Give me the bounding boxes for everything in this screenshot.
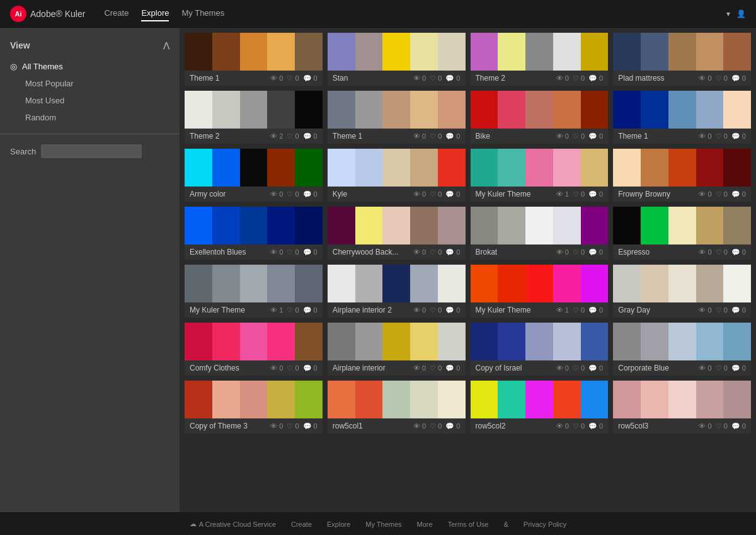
- theme-stats: 👁 1 ♡ 0 💬 0: [556, 190, 604, 198]
- views-stat: 👁 0: [413, 190, 426, 198]
- theme-card[interactable]: Exellentoh Blues 👁 0 ♡ 0 💬 0: [185, 207, 323, 260]
- footer-more-link[interactable]: More: [417, 521, 433, 528]
- theme-card[interactable]: Airplane interior 2 👁 0 ♡ 0 💬 0: [328, 265, 466, 318]
- sidebar-item-random[interactable]: Random: [0, 109, 180, 126]
- theme-info: Brokat 👁 0 ♡ 0 💬 0: [471, 244, 609, 260]
- color-swatch: [668, 323, 696, 360]
- theme-swatches: [185, 91, 323, 129]
- theme-stats: 👁 0 ♡ 0 💬 0: [413, 422, 461, 430]
- color-swatch: [410, 207, 438, 244]
- collapse-icon[interactable]: ⋀: [163, 41, 169, 50]
- theme-card[interactable]: Theme 1 👁 0 ♡ 0 💬 0: [328, 91, 466, 144]
- theme-swatches: [328, 381, 466, 418]
- views-stat: 👁 0: [699, 248, 711, 256]
- views-stat: 👁 0: [699, 422, 711, 430]
- theme-name: Copy of Israel: [476, 364, 554, 372]
- theme-name: Theme 1: [333, 132, 411, 141]
- theme-card[interactable]: My Kuler Theme 👁 1 ♡ 0 💬 0: [471, 265, 609, 318]
- color-swatch: [240, 265, 268, 302]
- theme-card[interactable]: Kyle 👁 0 ♡ 0 💬 0: [328, 149, 466, 202]
- theme-info: Theme 1 👁 0 ♡ 0 💬 0: [613, 129, 751, 144]
- theme-swatches: [613, 91, 751, 129]
- views-stat: 👁 0: [556, 132, 569, 140]
- theme-card[interactable]: Brokat 👁 0 ♡ 0 💬 0: [471, 207, 609, 260]
- nav-explore[interactable]: Explore: [141, 6, 169, 21]
- comments-stat: 💬 0: [588, 422, 603, 430]
- theme-card[interactable]: Gray Day 👁 0 ♡ 0 💬 0: [613, 265, 751, 318]
- sidebar-item-most-used[interactable]: Most Used: [0, 92, 180, 109]
- theme-info: Kyle 👁 0 ♡ 0 💬 0: [328, 187, 466, 202]
- views-stat: 👁 0: [699, 190, 711, 198]
- theme-card[interactable]: Espresso 👁 0 ♡ 0 💬 0: [613, 207, 751, 260]
- theme-card[interactable]: Cherrywood Back... 👁 0 ♡ 0 💬 0: [328, 207, 466, 260]
- color-swatch: [295, 323, 323, 360]
- color-swatch: [438, 323, 466, 360]
- theme-info: Copy of Israel 👁 0 ♡ 0 💬 0: [471, 360, 609, 376]
- theme-stats: 👁 0 ♡ 0 💬 0: [270, 74, 318, 83]
- theme-card[interactable]: Stan 👁 0 ♡ 0 💬 0: [328, 33, 466, 86]
- footer-explore-link[interactable]: Explore: [327, 521, 350, 528]
- sidebar-item-most-popular[interactable]: Most Popular: [0, 75, 180, 92]
- theme-card[interactable]: Copy of Theme 3 👁 0 ♡ 0 💬 0: [185, 381, 323, 434]
- theme-card[interactable]: Copy of Israel 👁 0 ♡ 0 💬 0: [471, 323, 609, 376]
- color-swatch: [471, 265, 498, 302]
- theme-swatches: [328, 33, 466, 71]
- theme-info: Espresso 👁 0 ♡ 0 💬 0: [613, 244, 751, 260]
- theme-card[interactable]: Plad mattress 👁 0 ♡ 0 💬 0: [613, 33, 751, 86]
- color-swatch: [267, 207, 295, 244]
- search-input[interactable]: [41, 144, 142, 158]
- theme-card[interactable]: Army color 👁 0 ♡ 0 💬 0: [185, 149, 323, 202]
- theme-swatches: [185, 33, 323, 71]
- themes-grid: Theme 1 👁 0 ♡ 0 💬 0 Stan 👁 0 ♡ 0 💬 0 The…: [185, 33, 751, 434]
- theme-card[interactable]: Frowny Browny 👁 0 ♡ 0 💬 0: [613, 149, 751, 202]
- theme-card[interactable]: row5col3 👁 0 ♡ 0 💬 0: [613, 381, 751, 434]
- theme-stats: 👁 0 ♡ 0 💬 0: [699, 132, 746, 141]
- theme-card[interactable]: row5col1 👁 0 ♡ 0 💬 0: [328, 381, 466, 434]
- color-swatch: [525, 33, 553, 71]
- likes-stat: ♡ 0: [430, 364, 442, 372]
- footer-create-link[interactable]: Create: [291, 521, 312, 528]
- theme-info: Cherrywood Back... 👁 0 ♡ 0 💬 0: [328, 244, 466, 260]
- logo: Ai Adobe® Kuler: [10, 6, 85, 22]
- color-swatch: [641, 207, 668, 244]
- color-swatch: [382, 91, 410, 129]
- theme-card[interactable]: My Kuler Theme 👁 1 ♡ 0 💬 0: [185, 265, 323, 318]
- theme-swatches: [328, 207, 466, 244]
- theme-stats: 👁 0 ♡ 0 💬 0: [699, 422, 746, 430]
- theme-card[interactable]: Theme 2 👁 0 ♡ 0 💬 0: [471, 33, 609, 86]
- sidebar-item-all-themes[interactable]: ◎ All Themes: [0, 58, 180, 75]
- theme-card[interactable]: Airplane interior 👁 0 ♡ 0 💬 0: [328, 323, 466, 376]
- nav-create[interactable]: Create: [104, 6, 129, 21]
- color-swatch: [613, 91, 641, 129]
- nav-mythemes[interactable]: My Themes: [181, 6, 224, 21]
- color-swatch: [696, 149, 724, 187]
- comments-stat: 💬 0: [303, 190, 318, 198]
- color-swatch: [613, 381, 641, 418]
- theme-card[interactable]: Theme 2 👁 2 ♡ 0 💬 0: [185, 91, 323, 144]
- theme-name: My Kuler Theme: [476, 306, 554, 314]
- theme-swatches: [185, 381, 323, 418]
- theme-swatches: [185, 207, 323, 244]
- user-icon[interactable]: 👤: [736, 9, 746, 18]
- theme-card[interactable]: Bike 👁 0 ♡ 0 💬 0: [471, 91, 609, 144]
- footer-privacy-link[interactable]: Privacy Policy: [524, 521, 566, 528]
- theme-card[interactable]: row5col2 👁 0 ♡ 0 💬 0: [471, 381, 609, 434]
- theme-card[interactable]: Theme 1 👁 0 ♡ 0 💬 0: [185, 33, 323, 86]
- footer-mythemes-link[interactable]: My Themes: [365, 521, 401, 528]
- dropdown-icon[interactable]: ▾: [726, 9, 730, 18]
- theme-stats: 👁 0 ♡ 0 💬 0: [699, 74, 746, 83]
- theme-card[interactable]: Comfy Clothes 👁 0 ♡ 0 💬 0: [185, 323, 323, 376]
- likes-stat: ♡ 0: [573, 364, 585, 372]
- sidebar-all-themes-label: All Themes: [22, 62, 63, 71]
- color-swatch: [382, 265, 410, 302]
- theme-swatches: [613, 149, 751, 187]
- footer-terms-link[interactable]: Terms of Use: [448, 521, 489, 528]
- theme-swatches: [471, 207, 609, 244]
- color-swatch: [267, 149, 295, 187]
- theme-card[interactable]: My Kuler Theme 👁 1 ♡ 0 💬 0: [471, 149, 609, 202]
- theme-card[interactable]: Theme 1 👁 0 ♡ 0 💬 0: [613, 91, 751, 144]
- comments-stat: 💬 0: [303, 132, 318, 141]
- theme-card[interactable]: Corporate Blue 👁 0 ♡ 0 💬 0: [613, 323, 751, 376]
- views-stat: 👁 0: [413, 422, 426, 430]
- color-swatch: [382, 323, 410, 360]
